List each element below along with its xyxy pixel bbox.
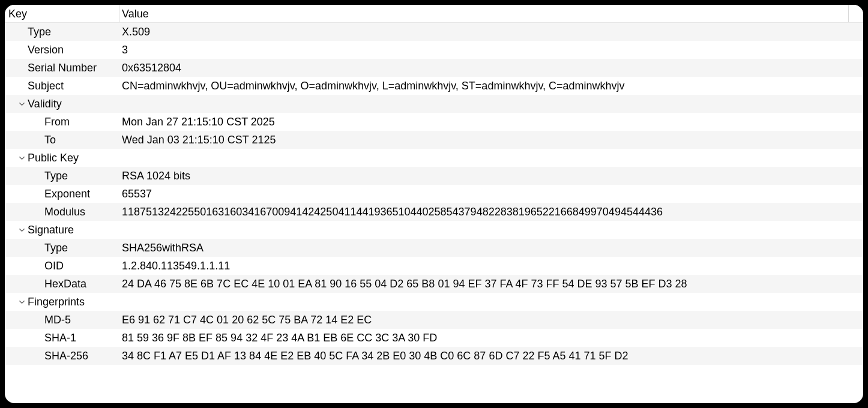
key-label: To: [44, 131, 56, 149]
key-label: Modulus: [44, 203, 85, 221]
disclosure-toggle[interactable]: [17, 153, 26, 163]
table-row[interactable]: Modulus118751324225501631603416700941424…: [5, 203, 863, 221]
value-cell: 65537: [119, 185, 863, 203]
table-row[interactable]: TypeSHA256withRSA: [5, 239, 863, 257]
key-cell: Public Key: [5, 149, 119, 167]
certificate-details-panel: Key Value TypeX.509Version3Serial Number…: [5, 5, 863, 403]
table-row[interactable]: MD-5E6 91 62 71 C7 4C 01 20 62 5C 75 BA …: [5, 311, 863, 329]
key-label: Type: [44, 167, 68, 185]
key-label: Serial Number: [28, 59, 97, 77]
value-cell: 1187513242255016316034167009414242504114…: [119, 203, 863, 221]
value-cell: CN=adminwkhvjv, OU=adminwkhvjv, O=adminw…: [119, 77, 863, 95]
value-cell: 3: [119, 41, 863, 59]
value-cell: X.509: [119, 23, 863, 41]
key-label: MD-5: [44, 311, 71, 329]
key-cell: Version: [5, 41, 119, 59]
table-row[interactable]: Validity: [5, 95, 863, 113]
key-cell: To: [5, 131, 119, 149]
value-cell: [119, 221, 863, 239]
key-label: Type: [44, 239, 68, 257]
key-cell: OID: [5, 257, 119, 275]
table-row[interactable]: OID1.2.840.113549.1.1.11: [5, 257, 863, 275]
value-cell: 34 8C F1 A7 E5 D1 AF 13 84 4E E2 EB 40 5…: [119, 347, 863, 365]
table-row[interactable]: Fingerprints: [5, 293, 863, 311]
table-row[interactable]: Signature: [5, 221, 863, 239]
key-cell: Exponent: [5, 185, 119, 203]
table-row[interactable]: [5, 365, 863, 383]
table-row[interactable]: HexData24 DA 46 75 8E 6B 7C EC 4E 10 01 …: [5, 275, 863, 293]
value-cell: 1.2.840.113549.1.1.11: [119, 257, 863, 275]
table-header: Key Value: [5, 5, 863, 23]
key-label: HexData: [44, 275, 86, 293]
key-cell: Modulus: [5, 203, 119, 221]
table-row[interactable]: FromMon Jan 27 21:15:10 CST 2025: [5, 113, 863, 131]
value-cell: [119, 365, 863, 383]
table-row[interactable]: Public Key: [5, 149, 863, 167]
key-cell: Signature: [5, 221, 119, 239]
column-divider[interactable]: [848, 5, 849, 22]
disclosure-toggle[interactable]: [17, 225, 26, 235]
key-cell: Type: [5, 239, 119, 257]
table-row[interactable]: Exponent65537: [5, 185, 863, 203]
chevron-down-icon: [19, 227, 25, 233]
disclosure-toggle[interactable]: [17, 99, 26, 109]
value-cell: 24 DA 46 75 8E 6B 7C EC 4E 10 01 EA 81 9…: [119, 275, 863, 293]
key-label: Subject: [28, 77, 64, 95]
certificate-table: Key Value TypeX.509Version3Serial Number…: [5, 5, 863, 403]
key-cell: Subject: [5, 77, 119, 95]
key-cell: SHA-1: [5, 329, 119, 347]
disclosure-toggle[interactable]: [17, 297, 26, 307]
key-label: Version: [28, 41, 64, 59]
key-cell: SHA-256: [5, 347, 119, 365]
key-cell: Fingerprints: [5, 293, 119, 311]
value-cell: [119, 149, 863, 167]
table-row[interactable]: TypeX.509: [5, 23, 863, 41]
chevron-down-icon: [19, 155, 25, 161]
key-label: OID: [44, 257, 64, 275]
key-cell: Validity: [5, 95, 119, 113]
table-row[interactable]: SHA-25634 8C F1 A7 E5 D1 AF 13 84 4E E2 …: [5, 347, 863, 365]
key-cell: Type: [5, 23, 119, 41]
key-cell: MD-5: [5, 311, 119, 329]
value-cell: [119, 95, 863, 113]
column-header-key[interactable]: Key: [5, 5, 119, 22]
key-label: Exponent: [44, 185, 90, 203]
key-label: Signature: [28, 221, 74, 239]
key-label: SHA-256: [44, 347, 88, 365]
value-cell: SHA256withRSA: [119, 239, 863, 257]
value-cell: Wed Jan 03 21:15:10 CST 2125: [119, 131, 863, 149]
table-row[interactable]: Serial Number0x63512804: [5, 59, 863, 77]
value-cell: Mon Jan 27 21:15:10 CST 2025: [119, 113, 863, 131]
table-row[interactable]: ToWed Jan 03 21:15:10 CST 2125: [5, 131, 863, 149]
table-row[interactable]: Version3: [5, 41, 863, 59]
value-cell: [119, 293, 863, 311]
key-label: Fingerprints: [28, 293, 85, 311]
chevron-down-icon: [19, 101, 25, 107]
value-cell: E6 91 62 71 C7 4C 01 20 62 5C 75 BA 72 1…: [119, 311, 863, 329]
chevron-down-icon: [19, 299, 25, 305]
column-header-value[interactable]: Value: [119, 5, 863, 22]
key-label: From: [44, 113, 70, 131]
key-cell: Type: [5, 167, 119, 185]
table-row[interactable]: SHA-181 59 36 9F 8B EF 85 94 32 4F 23 4A…: [5, 329, 863, 347]
table-row[interactable]: TypeRSA 1024 bits: [5, 167, 863, 185]
value-cell: 0x63512804: [119, 59, 863, 77]
key-label: Public Key: [28, 149, 79, 167]
key-label: Type: [28, 23, 51, 41]
key-cell: [5, 365, 119, 383]
key-label: Validity: [28, 95, 62, 113]
value-cell: 81 59 36 9F 8B EF 85 94 32 4F 23 4A B1 E…: [119, 329, 863, 347]
key-cell: Serial Number: [5, 59, 119, 77]
table-body: TypeX.509Version3Serial Number0x63512804…: [5, 23, 863, 403]
column-header-value-label: Value: [122, 8, 149, 20]
table-row[interactable]: SubjectCN=adminwkhvjv, OU=adminwkhvjv, O…: [5, 77, 863, 95]
key-label: SHA-1: [44, 329, 76, 347]
key-cell: HexData: [5, 275, 119, 293]
key-cell: From: [5, 113, 119, 131]
value-cell: RSA 1024 bits: [119, 167, 863, 185]
